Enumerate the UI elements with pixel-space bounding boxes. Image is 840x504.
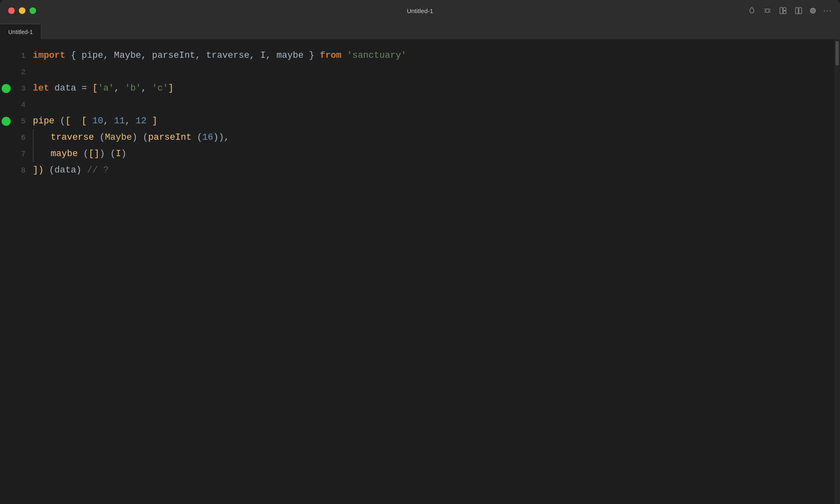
- code-line-1: import { pipe, Maybe, parseInt, traverse…: [33, 48, 840, 64]
- close-button[interactable]: [8, 7, 15, 14]
- more-options-icon[interactable]: ···: [823, 5, 832, 16]
- status-dot: [810, 8, 816, 14]
- line-number-1: 1: [21, 52, 29, 60]
- line-number-8: 8: [21, 166, 29, 175]
- line-number-2: 2: [21, 68, 29, 76]
- code-line-3: let data = [ 'a' , 'b' , 'c' ]: [33, 80, 840, 97]
- tabbar: Untitled-1: [0, 21, 840, 39]
- line-number-7: 7: [21, 150, 29, 158]
- titlebar: Untitled-1: [0, 0, 840, 21]
- svg-rect-1: [780, 8, 783, 14]
- keyword-let: let: [33, 80, 49, 97]
- svg-rect-0: [765, 9, 769, 12]
- gutter-row-7: 7: [0, 146, 29, 162]
- line-number-3: 3: [21, 84, 29, 93]
- broadcast-icon[interactable]: [763, 7, 772, 15]
- gutter-row-8: 8: [0, 162, 29, 179]
- editor: 1 2 3 4 5 6: [0, 39, 840, 504]
- titlebar-actions: ···: [748, 5, 832, 16]
- tab-untitled-1[interactable]: Untitled-1: [0, 24, 41, 39]
- gutter-row-4: 4: [0, 97, 29, 113]
- code-area[interactable]: import { pipe, Maybe, parseInt, traverse…: [33, 39, 840, 504]
- scrollbar-thumb[interactable]: [835, 41, 839, 66]
- code-line-4: [33, 97, 840, 113]
- comment-question: // ?: [87, 162, 109, 179]
- code-line-2: [33, 64, 840, 80]
- fn-traverse: traverse: [51, 129, 94, 146]
- split-icon[interactable]: [794, 7, 803, 15]
- minimize-button[interactable]: [19, 7, 25, 14]
- code-line-6: traverse ( Maybe ) ( parseInt ( 16 )),: [33, 129, 840, 146]
- fn-maybe: maybe: [51, 146, 78, 162]
- gutter-row-5: 5: [0, 113, 29, 129]
- window: Untitled-1: [0, 0, 840, 504]
- gutter-row-6: 6: [0, 129, 29, 146]
- gutter-row-3: 3: [0, 80, 29, 97]
- line-number-6: 6: [21, 134, 29, 142]
- code-line-8: ]) (data) // ?: [33, 162, 840, 179]
- svg-rect-5: [799, 8, 801, 14]
- code-line-5: pipe ( [ [ 10 , 11 , 12 ]: [33, 113, 840, 129]
- code-line-7: maybe ( [] ) ( I ): [33, 146, 840, 162]
- svg-rect-3: [783, 11, 786, 14]
- tab-label: Untitled-1: [8, 29, 33, 35]
- gutter-row-2: 2: [0, 64, 29, 80]
- window-title: Untitled-1: [407, 7, 433, 14]
- line-number-5: 5: [21, 117, 29, 125]
- traffic-lights: [8, 7, 36, 14]
- line-number-4: 4: [21, 101, 29, 109]
- keyword-from: from: [320, 48, 342, 64]
- scrollbar[interactable]: [834, 39, 840, 504]
- gutter-row-1: 1: [0, 48, 29, 64]
- breakpoint-5[interactable]: [2, 117, 11, 126]
- svg-rect-2: [783, 8, 786, 11]
- line-numbers-gutter: 1 2 3 4 5 6: [0, 39, 33, 504]
- fn-parseint: parseInt: [148, 129, 192, 146]
- string-sanctuary: 'sanctuary': [347, 48, 406, 64]
- fn-pipe: pipe: [33, 113, 55, 129]
- layout-icon[interactable]: [779, 7, 787, 15]
- breakpoint-3[interactable]: [2, 84, 11, 93]
- keyword-import: import: [33, 48, 65, 64]
- flame-icon[interactable]: [748, 7, 756, 15]
- maximize-button[interactable]: [30, 7, 36, 14]
- svg-rect-4: [795, 8, 798, 14]
